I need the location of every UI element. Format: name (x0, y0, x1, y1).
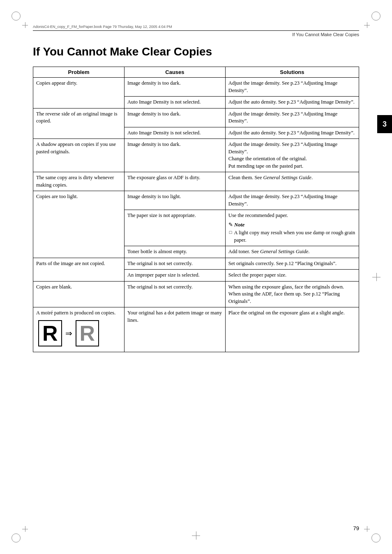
right-cross-mark (372, 273, 380, 281)
note-item: □ A light copy may result when you use d… (228, 229, 356, 244)
header-title-right: If You Cannot Make Clear Copies (33, 32, 359, 37)
solution-cell: Place the original on the exposure glass… (225, 307, 359, 352)
solution-cell: Use the recommended paper. ✎ Note □ A li… (225, 210, 359, 246)
solution-cell: Add toner. See General Settings Guide. (225, 246, 359, 258)
cause-cell: Auto Image Density is not selected. (125, 97, 226, 108)
cause-cell: The paper size is not appropriate. (125, 210, 226, 246)
cause-cell: The exposure glass or ADF is dirty. (125, 172, 226, 191)
page: AdonisC4-EN_copy_F_FM_forPaper.book Page… (0, 0, 392, 554)
cause-cell: The original is not set correctly. (125, 281, 226, 307)
note-title: Note (234, 222, 244, 228)
table-row: A moiré pattern is produced on copies. R… (33, 307, 359, 352)
moire-example: R ⇒ R (36, 317, 121, 350)
cause-cell: Your original has a dot pattern image or… (125, 307, 226, 352)
moire-arrow-icon: ⇒ (65, 328, 72, 339)
solution-cell: Adjust the image density. See p.23 “Adju… (225, 191, 359, 210)
page-title: If You Cannot Make Clear Copies (33, 45, 359, 58)
cause-cell: Toner bottle is almost empty. (125, 246, 226, 258)
solution-cell: Adjust the image density. See p.23 “Adju… (225, 78, 359, 97)
main-content: If You Cannot Make Clear Copies Problem … (33, 45, 359, 352)
table-header-row: Problem Causes Solutions (33, 67, 359, 78)
problem-cell: Copies are too light. (33, 191, 125, 258)
corner-mark-bottom-left (12, 526, 28, 542)
solution-cell: Select the proper paper size. (225, 270, 359, 282)
table-row: The reverse side of an original image is… (33, 108, 359, 127)
moire-letter-original: R (38, 320, 62, 346)
header-problem: Problem (33, 67, 125, 78)
center-bottom-mark (192, 531, 200, 540)
table-row: Copies are blank. The original is not se… (33, 281, 359, 307)
chapter-tab: 3 (377, 115, 392, 133)
corner-mark-bottom-right (364, 526, 380, 542)
header-causes: Causes (125, 67, 226, 78)
note-section: ✎ Note □ A light copy may result when yo… (228, 221, 356, 244)
note-text: A light copy may result when you use dam… (234, 229, 356, 244)
problem-cell: A moiré pattern is produced on copies. R… (33, 307, 125, 352)
page-header: AdonisC4-EN_copy_F_FM_forPaper.book Page… (33, 25, 359, 37)
corner-mark-top-right (364, 12, 380, 28)
table-row: Copies appear dirty. Image density is to… (33, 78, 359, 97)
cause-cell: Image density is too dark. (125, 78, 226, 97)
problem-cell: Parts of the image are not copied. (33, 258, 125, 281)
header-rule (33, 30, 359, 31)
table-row: A shadow appears on copies if you use pa… (33, 139, 359, 172)
solution-cell: Adjust the image density. See p.23 “Adju… (225, 139, 359, 172)
solution-cell: When using the exposure glass, face the … (225, 281, 359, 307)
note-icon: ✎ (228, 222, 233, 228)
page-number: 79 (353, 525, 359, 531)
cause-cell: Image density is too dark. (125, 108, 226, 127)
corner-mark-top-left (12, 12, 28, 28)
solution-cell: Adjust the image density. See p.23 “Adju… (225, 108, 359, 127)
problem-cell: Copies are blank. (33, 281, 125, 307)
note-bullet: □ (229, 229, 232, 235)
cause-cell: Auto Image Density is not selected. (125, 127, 226, 139)
moire-letter-copy: R (76, 320, 99, 346)
problem-cell: The reverse side of an original image is… (33, 108, 125, 139)
table-row: Parts of the image are not copied. The o… (33, 258, 359, 270)
solution-cell: Set originals correctly. See p.12 “Placi… (225, 258, 359, 270)
main-table: Problem Causes Solutions Copies appear d… (33, 67, 359, 352)
solution-cell: Clean them. See General Settings Guide. (225, 172, 359, 191)
table-row: Copies are too light. Image density is t… (33, 191, 359, 210)
problem-cell: A shadow appears on copies if you use pa… (33, 139, 125, 172)
cause-cell: Image density is too dark. (125, 139, 226, 172)
solution-cell: Adjust the auto density. See p.23 “Adjus… (225, 127, 359, 139)
problem-cell: The same copy area is dirty whenever mak… (33, 172, 125, 191)
cause-cell: An improper paper size is selected. (125, 270, 226, 282)
cause-cell: The original is not set correctly. (125, 258, 226, 270)
problem-cell: Copies appear dirty. (33, 78, 125, 108)
header-meta: AdonisC4-EN_copy_F_FM_forPaper.book Page… (33, 25, 359, 29)
cause-cell: Image density is too light. (125, 191, 226, 210)
header-solutions: Solutions (225, 67, 359, 78)
table-row: The same copy area is dirty whenever mak… (33, 172, 359, 191)
solution-cell: Adjust the auto density. See p.23 “Adjus… (225, 97, 359, 108)
